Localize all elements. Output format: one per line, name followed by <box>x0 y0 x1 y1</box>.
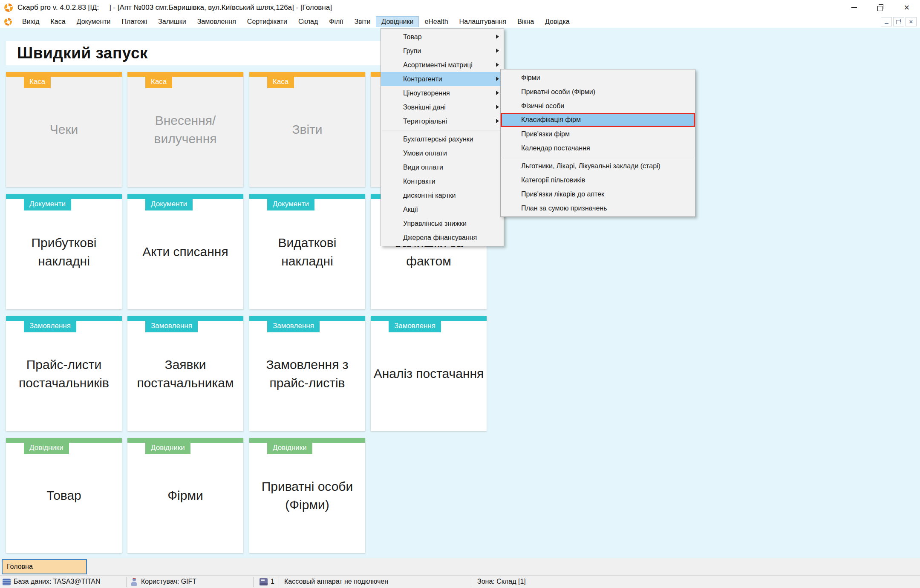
menu-dovidka[interactable]: Довідка <box>539 16 575 27</box>
submenu-item-klasyfikatsiia-firm[interactable]: Класифікація фірм <box>501 113 695 127</box>
status-zone: Зона: Склад [1] <box>477 578 526 585</box>
tile-category-tag: Документи <box>145 199 193 210</box>
mdi-restore-button[interactable] <box>893 17 904 26</box>
tile-zaiavky-postachalnykam[interactable]: Заявки постачальникам Замовлення <box>127 316 243 431</box>
status-user: Користувач: GIFT <box>141 578 196 585</box>
menu-item-terytorialni[interactable]: Територіальні <box>381 114 504 128</box>
mdi-child-icon <box>4 18 12 26</box>
submenu-item-fizychni-osoby[interactable]: Фізичні особи <box>501 99 695 113</box>
menu-nalashtuvannia[interactable]: Налаштування <box>454 16 512 27</box>
menu-sertyfikaty[interactable]: Сертифікати <box>242 16 293 27</box>
tile-cheky[interactable]: Чеки Каса <box>6 72 122 187</box>
app-window: Скарб pro v. 4.0.2.83 [ІД: ] - [Апт №003… <box>0 0 920 588</box>
tile-label: Акти списання <box>127 194 243 309</box>
menu-platezhi[interactable]: Платежі <box>116 16 153 27</box>
menu-item-label: Календар постачання <box>521 144 590 152</box>
tile-akty-spysannia[interactable]: Акти списання Документи <box>127 194 243 309</box>
menu-ehealth[interactable]: eHealth <box>419 16 453 27</box>
tile-zvity[interactable]: Звіти Каса <box>249 72 365 187</box>
menu-item-aktsii[interactable]: Акції <box>381 202 504 216</box>
menu-item-label: Асортиментні матриці <box>403 61 473 69</box>
tile-category-bar <box>249 194 365 199</box>
tab-bar: Головна <box>0 558 920 575</box>
tile-prais-lysty-postachalnykiv[interactable]: Прайс-листи постачальників Замовлення <box>6 316 122 431</box>
tile-label: Товар <box>6 438 122 553</box>
tile-firmy[interactable]: Фірми Довідники <box>127 438 243 553</box>
menu-separator <box>502 157 694 157</box>
menu-sklad[interactable]: Склад <box>293 16 323 27</box>
app-logo-icon <box>4 3 13 12</box>
menu-item-label: Льготники, Лікарі, Лікувальні заклади (с… <box>521 162 660 170</box>
menu-item-dzherela-finansuvannia[interactable]: Джерела фінансування <box>381 231 504 245</box>
menu-vyhid[interactable]: Вихід <box>17 16 45 27</box>
submenu-item-pryvatni-osoby-firmy[interactable]: Приватні особи (Фірми) <box>501 85 695 99</box>
menu-dovidnyky[interactable]: Довідники <box>376 16 419 27</box>
menu-item-kontrahenty[interactable]: Контрагенти <box>381 72 504 86</box>
tile-category-tag: Замовлення <box>389 321 441 332</box>
menu-item-umovy-oplaty[interactable]: Умови оплати <box>381 146 504 160</box>
menu-item-upravlinski-znyzhky[interactable]: Управлінські знижки <box>381 216 504 231</box>
menu-item-label: Контрагенти <box>403 75 442 83</box>
menu-item-vydy-oplaty[interactable]: Види оплати <box>381 160 504 174</box>
tile-pryvatni-osoby-firmy[interactable]: Приватні особи (Фірми) Довідники <box>249 438 365 553</box>
minimize-button[interactable] <box>841 0 867 15</box>
tile-label: Заявки постачальникам <box>127 316 243 431</box>
dovidnyky-dropdown-menu: Товар Групи Асортиментні матриці Контраг… <box>381 28 504 246</box>
menu-item-kontrakty[interactable]: Контракти <box>381 174 504 188</box>
submenu-arrow-icon <box>496 119 499 123</box>
page-title: Швидкий запуск <box>6 44 148 62</box>
menu-item-tovar[interactable]: Товар <box>381 30 504 44</box>
menu-item-label: Акції <box>403 206 418 213</box>
tile-category-bar <box>249 438 365 443</box>
tile-vydatkovi-nakladni[interactable]: Видаткові накладні Документи <box>249 194 365 309</box>
submenu-item-firmy[interactable]: Фірми <box>501 71 695 85</box>
user-icon <box>130 578 138 586</box>
menu-item-asortymentni-matrytsi[interactable]: Асортиментні матриці <box>381 58 504 72</box>
menu-item-label: Територіальні <box>403 118 447 125</box>
menu-filii[interactable]: Філії <box>323 16 349 27</box>
mdi-window-controls: × <box>881 17 917 26</box>
menu-item-label: Види оплати <box>403 164 443 171</box>
menu-item-label: Бухгалтерські рахунки <box>403 135 473 143</box>
submenu-item-plan-za-sumoiu-pryznachen[interactable]: План за сумою призначень <box>501 201 695 215</box>
menu-zamovlennia[interactable]: Замовлення <box>192 16 242 27</box>
menu-item-label: Товар <box>403 33 422 40</box>
mdi-minimize-icon <box>885 23 888 24</box>
menu-item-zovnishni-dani[interactable]: Зовнішні дані <box>381 100 504 114</box>
menu-item-hrupy[interactable]: Групи <box>381 44 504 58</box>
menu-item-tsinoutvorennia[interactable]: Ціноутворення <box>381 86 504 100</box>
menu-kasa[interactable]: Каса <box>45 16 71 27</box>
tile-category-tag: Документи <box>24 199 71 210</box>
tile-category-tag: Замовлення <box>267 321 320 332</box>
restore-button[interactable] <box>867 0 894 15</box>
tile-analiz-postachannia[interactable]: Аналіз постачання Замовлення <box>371 316 487 431</box>
tile-vnesennia-vyluchennia[interactable]: Внесення/вилучення Каса <box>127 72 243 187</box>
tile-label: Фірми <box>127 438 243 553</box>
tile-zamovlennia-z-prais-lystiv[interactable]: Замовлення з прайс-листів Замовлення <box>249 316 365 431</box>
menu-dokumenty[interactable]: Документи <box>71 16 116 27</box>
tile-category-bar <box>249 316 365 321</box>
tile-tovar[interactable]: Товар Довідники <box>6 438 122 553</box>
submenu-item-lhotnyky-likari-zaklady[interactable]: Льготники, Лікарі, Лікувальні заклади (с… <box>501 159 695 173</box>
tile-label: Прайс-листи постачальників <box>6 316 122 431</box>
tile-label: Внесення/вилучення <box>127 72 243 187</box>
menu-item-dyskontni-kartky[interactable]: дисконтні картки <box>381 188 504 202</box>
submenu-item-katehorii-pilhovykiv[interactable]: Категорії пільговиків <box>501 173 695 187</box>
mdi-minimize-button[interactable] <box>881 17 892 26</box>
menu-item-bukhhalterski-rakhunky[interactable]: Бухгалтерські рахунки <box>381 132 504 146</box>
tab-holovna[interactable]: Головна <box>2 559 87 574</box>
submenu-item-pryviazky-likariv-do-aptek[interactable]: Прив'язки лікарів до аптек <box>501 187 695 201</box>
close-button[interactable]: × <box>894 0 920 15</box>
tile-prybutkovi-nakladni[interactable]: Прибуткові накладні Документи <box>6 194 122 309</box>
submenu-item-kalendar-postachannia[interactable]: Календар постачання <box>501 141 695 155</box>
mdi-close-button[interactable]: × <box>906 17 917 26</box>
menu-zvity[interactable]: Звіти <box>349 16 376 27</box>
menu-vikna[interactable]: Вікна <box>512 16 539 27</box>
menu-separator <box>382 130 503 130</box>
submenu-item-pryviazky-firm[interactable]: Прив'язки фірм <box>501 127 695 141</box>
tile-category-tag: Замовлення <box>145 321 198 332</box>
tile-label: Приватні особи (Фірми) <box>249 438 365 553</box>
minimize-icon <box>851 7 857 8</box>
menu-item-label: Ціноутворення <box>403 89 450 97</box>
menu-zalyshky[interactable]: Залишки <box>153 16 192 27</box>
